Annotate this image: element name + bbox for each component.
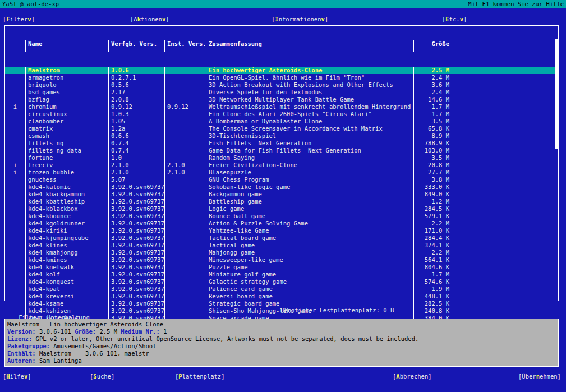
- cell-summary: Tactical board game: [206, 234, 413, 242]
- table-row[interactable]: kde4-katomic3.92.0.svn697375Sokoban-like…: [5, 183, 558, 191]
- table-row[interactable]: kde4-kgoldrunner3.92.0.svn697375Action &…: [5, 220, 558, 227]
- table-row[interactable]: csmash0.6.63D-Tischtennisspiel8.9 M: [5, 132, 558, 140]
- table-row[interactable]: briquolo0.5.63D Action Breakout with Exp…: [5, 81, 558, 89]
- cell-avail: 2.1.0: [108, 162, 164, 169]
- table-row[interactable]: bsd-games2.17Diverse Spiele für den Text…: [5, 89, 558, 96]
- cell-name: Maelstrom: [25, 67, 108, 74]
- cell-status: [5, 140, 25, 147]
- cell-name: kde4-konquest: [25, 278, 108, 285]
- table-row[interactable]: kde4-kbattleship3.92.0.svn697375Battlesh…: [5, 198, 558, 205]
- cell-avail: 0.9.12: [108, 103, 164, 110]
- table-row[interactable]: kde4-knetwalk3.92.0.svn697375Puzzle game…: [5, 264, 558, 271]
- cell-avail: 3.92.0.svn697375: [108, 213, 164, 220]
- cell-summary: Miniature golf game: [206, 271, 413, 278]
- cell-name: kde4-kiriki: [25, 227, 108, 234]
- cell-status: [5, 89, 25, 96]
- cell-name: bzflag: [25, 96, 108, 103]
- table-row[interactable]: gnuchess5.07GNU Chess Program3.8 M: [5, 176, 558, 183]
- cell-avail: 0.7.4: [108, 147, 164, 154]
- table-row[interactable]: kde4-kjumpingcube3.92.0.svn697375Tactica…: [5, 234, 558, 242]
- table-row[interactable]: fillets-ng-data0.7.4Game Data for Fish F…: [5, 147, 558, 154]
- table-row[interactable]: cmatrix1.2aThe Console Screensaver in Ac…: [5, 125, 558, 132]
- cell-inst: [164, 271, 206, 278]
- cell-inst: [164, 220, 206, 227]
- cell-summary: Ein OpenGL-Spiel, ähnlich wie im Film "T…: [206, 74, 413, 81]
- cell-avail: 3.92.0.svn697375: [108, 271, 164, 278]
- table-row[interactable]: kde4-kbackgammon3.92.0.svn697375Backgamm…: [5, 191, 558, 198]
- menu-button-etc[interactable]: [Etc.v]: [442, 16, 467, 23]
- table-row[interactable]: clanbomber1.05A Bomberman or Dynablaster…: [5, 118, 558, 125]
- cell-filler: [454, 285, 558, 293]
- cell-status: i: [5, 162, 25, 169]
- table-row[interactable]: kde4-kreversi3.92.0.svn697375Reversi boa…: [5, 293, 558, 300]
- column-header-status: [5, 40, 25, 52]
- cell-summary: Yahtzee-like Game: [206, 227, 413, 234]
- cell-size: 1.7 M: [413, 103, 454, 110]
- cell-status: [5, 118, 25, 125]
- scrollbar-thumb[interactable]: [555, 39, 558, 149]
- cell-status: [5, 278, 25, 285]
- footer-button-abbrechen[interactable]: [Abbrechen]: [393, 373, 432, 380]
- cell-inst: 0.9.12: [164, 103, 206, 110]
- cell-size: 3.5 M: [413, 118, 454, 125]
- table-row[interactable]: fillets-ng0.7.4Fish Fillets--Next Genera…: [5, 140, 558, 147]
- table-row[interactable]: ifrozen-bubble2.1.02.1.0Blasenpuzzle27.7…: [5, 169, 558, 176]
- cell-name: circuslinux: [25, 110, 108, 118]
- cell-size: 2.2 M: [413, 220, 454, 227]
- cell-filler: [454, 205, 558, 213]
- table-row[interactable]: kde4-kiriki3.92.0.svn697375Yahtzee-like …: [5, 227, 558, 234]
- table-row-selected[interactable]: Maelstrom3.0.6Ein hochwertiger Asteroids…: [5, 67, 558, 74]
- cell-status: [5, 249, 25, 256]
- table-row[interactable]: kde4-kblackbox3.92.0.svn697375Logic game…: [5, 205, 558, 213]
- cell-avail: 3.92.0.svn697375: [108, 198, 164, 205]
- table-row[interactable]: kde4-kmines3.92.0.svn697375Minesweeper-l…: [5, 256, 558, 264]
- footer-button-suche[interactable]: [Suche]: [90, 373, 114, 380]
- cell-avail: 3.92.0.svn697375: [108, 264, 164, 271]
- table-row[interactable]: bzflag2.0.83D Networked Multiplayer Tank…: [5, 96, 558, 103]
- info-field-label: Enthält:: [7, 350, 39, 357]
- cell-inst: [164, 74, 206, 81]
- menu-button-aktionen[interactable]: [Aktionenv]: [130, 16, 169, 23]
- cell-status: i: [5, 103, 25, 110]
- table-row[interactable]: kde4-kmahjongg3.92.0.svn697375Mahjongg g…: [5, 249, 558, 256]
- table-row[interactable]: fortune1.0Random Saying3.5 M: [5, 154, 558, 162]
- cell-avail: 3.92.0.svn697375: [108, 191, 164, 198]
- cell-inst: [164, 285, 206, 293]
- cell-summary: Battleship game: [206, 198, 413, 205]
- cell-filler: [454, 183, 558, 191]
- table-row[interactable]: kde4-klines3.92.0.svn697375Tactical game…: [5, 242, 558, 249]
- menu-button-informationen[interactable]: [Informationenv]: [272, 16, 328, 23]
- cell-inst: [164, 147, 206, 154]
- footer-button-hilfe[interactable]: [Hilfev]: [3, 373, 31, 380]
- table-row[interactable]: kde4-kpat3.92.0.svn697375Patience card g…: [5, 285, 558, 293]
- table-row[interactable]: kde4-kbounce3.92.0.svn697375Bounce ball …: [5, 213, 558, 220]
- table-row[interactable]: armagetron0.2.7.1Ein OpenGL-Spiel, ähnli…: [5, 74, 558, 81]
- cell-name: kde4-kblackbox: [25, 205, 108, 213]
- cell-status: [5, 234, 25, 242]
- cell-status: [5, 264, 25, 271]
- cell-avail: 3.92.0.svn697375: [108, 249, 164, 256]
- cell-filler: [454, 271, 558, 278]
- cell-status: [5, 256, 25, 264]
- cell-status: [5, 198, 25, 205]
- cell-inst: [164, 67, 206, 74]
- footer-button-ubernehmen[interactable]: [Übernehmen]: [518, 373, 561, 380]
- table-row[interactable]: ichromium0.9.120.9.12Weltraumschießspiel…: [5, 103, 558, 110]
- cell-avail: 3.92.0.svn697375: [108, 285, 164, 293]
- table-row[interactable]: kde4-konquest3.92.0.svn697375Galactic st…: [5, 278, 558, 285]
- info-field-value: Sam Lantinga: [39, 357, 82, 364]
- cell-summary: Blasenpuzzle: [206, 169, 413, 176]
- cell-name: kde4-kbattleship: [25, 198, 108, 205]
- menu-button-filter[interactable]: [Filterv]: [3, 16, 35, 23]
- footer-button-plattenplatz[interactable]: [Plattenplatz]: [175, 373, 225, 380]
- cell-size: 14.6 M: [413, 96, 454, 103]
- cell-status: [5, 96, 25, 103]
- help-hint: Mit F1 kommen Sie zur Hilfe: [468, 0, 564, 8]
- table-row[interactable]: ifreeciv2.1.02.1.0Freier Civilization-Cl…: [5, 162, 558, 169]
- cell-summary: GNU Chess Program: [206, 176, 413, 183]
- table-row[interactable]: kde4-kolf3.92.0.svn697375Miniature golf …: [5, 271, 558, 278]
- cell-filler: [454, 256, 558, 264]
- cell-summary: Game Data for Fish Fillets--Next Generat…: [206, 147, 413, 154]
- table-row[interactable]: circuslinux1.0.3Ein Clone des Atari 2600…: [5, 110, 558, 118]
- cell-status: [5, 147, 25, 154]
